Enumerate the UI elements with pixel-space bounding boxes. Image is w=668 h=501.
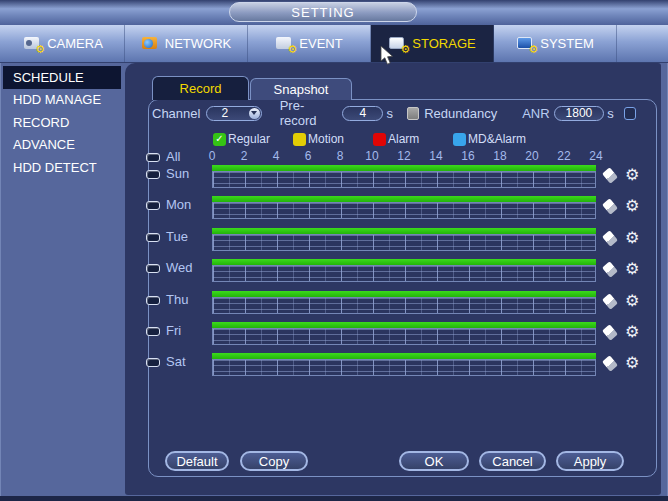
time-tick-label: 4	[264, 149, 288, 163]
anr-label: ANR	[522, 106, 549, 121]
day-toggle[interactable]	[146, 264, 160, 273]
schedule-timeline[interactable]	[212, 291, 596, 315]
schedule-timeline[interactable]	[212, 322, 596, 346]
legend-label: MD&Alarm	[468, 132, 526, 146]
schedule-row: Sat	[125, 353, 661, 384]
schedule-row: Sun	[125, 165, 661, 196]
legend-checkbox[interactable]	[213, 133, 226, 146]
sidebar-item-record[interactable]: RECORD	[3, 111, 121, 134]
day-toggle[interactable]	[146, 170, 160, 179]
legend-checkbox[interactable]	[293, 133, 306, 146]
record-type-legend: Regular Motion Alarm MD&Alarm	[213, 132, 533, 146]
legend-checkbox[interactable]	[373, 133, 386, 146]
gear-icon[interactable]	[625, 166, 639, 184]
check-icon	[215, 134, 223, 144]
prerecord-label: Pre-record	[280, 98, 337, 128]
legend-label: Alarm	[388, 132, 419, 146]
legend-item: Alarm	[373, 132, 453, 146]
sidebar-item-hdd-detect[interactable]: HDD DETECT	[3, 156, 121, 179]
sidebar-item-schedule[interactable]: SCHEDULE	[3, 66, 121, 89]
time-tick-label: 22	[552, 149, 576, 163]
schedule-timeline[interactable]	[212, 353, 596, 377]
gear-icon[interactable]	[625, 260, 639, 278]
tab-network[interactable]: NETWORK	[125, 25, 248, 62]
time-tick-label: 24	[584, 149, 608, 163]
gear-icon[interactable]	[625, 354, 639, 372]
channel-select[interactable]: 2	[206, 106, 261, 121]
anr-input[interactable]: 1800	[554, 106, 605, 121]
controls-row: Channel 2 Pre-record 4 s Redundancy ANR …	[152, 104, 636, 122]
eraser-icon[interactable]	[602, 356, 618, 372]
tab-label: CAMERA	[47, 36, 103, 51]
sidebar-item-advance[interactable]: ADVANCE	[3, 134, 121, 157]
time-tick-label: 6	[296, 149, 320, 163]
time-tick-label: 14	[424, 149, 448, 163]
anr-checkbox[interactable]	[624, 107, 636, 120]
prerecord-unit: s	[386, 106, 393, 121]
window-bottom-edge	[0, 496, 668, 501]
eraser-icon[interactable]	[602, 293, 618, 309]
legend-item: Motion	[293, 132, 373, 146]
legend-checkbox[interactable]	[453, 133, 466, 146]
redundancy-label: Redundancy	[424, 106, 497, 121]
tab-camera[interactable]: CAMERA	[2, 25, 125, 62]
schedule-timeline[interactable]	[212, 228, 596, 252]
time-tick-label: 10	[360, 149, 384, 163]
day-label: Fri	[166, 323, 181, 338]
timeline-grid[interactable]	[212, 234, 596, 251]
eraser-icon[interactable]	[602, 230, 618, 246]
schedule-row: Thu	[125, 291, 661, 322]
timeline-grid[interactable]	[212, 328, 596, 345]
day-label: Mon	[166, 197, 191, 212]
day-toggle[interactable]	[146, 358, 160, 367]
timeline-grid[interactable]	[212, 359, 596, 376]
chevron-down-icon[interactable]	[249, 108, 260, 119]
channel-value: 2	[221, 106, 228, 120]
time-tick-label: 18	[488, 149, 512, 163]
camera-icon	[23, 35, 43, 52]
sidebar-item-hdd-manage[interactable]: HDD MANAGE	[3, 89, 121, 112]
redundancy-checkbox[interactable]	[407, 107, 419, 120]
day-toggle[interactable]	[146, 201, 160, 210]
legend-label: Motion	[308, 132, 344, 146]
tab-event[interactable]: EVENT	[248, 25, 371, 62]
mouse-cursor	[380, 46, 394, 66]
legend-item: Regular	[213, 132, 293, 146]
timeline-grid[interactable]	[212, 265, 596, 282]
all-days-toggle[interactable]	[146, 153, 160, 162]
top-tab-bar: CAMERA NETWORK EVENT STORAGE SYSTEM	[0, 25, 668, 63]
tab-record[interactable]: Record	[152, 76, 249, 100]
gear-icon[interactable]	[625, 323, 639, 341]
day-toggle[interactable]	[146, 296, 160, 305]
eraser-icon[interactable]	[602, 199, 618, 215]
gear-icon[interactable]	[625, 197, 639, 215]
prerecord-input[interactable]: 4	[342, 106, 383, 121]
gear-icon[interactable]	[625, 229, 639, 247]
schedule-row: Fri	[125, 322, 661, 353]
day-toggle[interactable]	[146, 327, 160, 336]
gear-icon[interactable]	[625, 292, 639, 310]
time-axis-row: All 024681012141618202224	[125, 149, 661, 164]
time-tick-label: 12	[392, 149, 416, 163]
schedule-timeline[interactable]	[212, 165, 596, 189]
time-tick-label: 16	[456, 149, 480, 163]
system-icon	[516, 35, 536, 52]
eraser-icon[interactable]	[602, 261, 618, 277]
schedule-row: Mon	[125, 196, 661, 227]
time-tick-label: 0	[200, 149, 224, 163]
title-bar: SETTING	[0, 0, 668, 25]
eraser-icon[interactable]	[602, 167, 618, 183]
timeline-grid[interactable]	[212, 202, 596, 219]
timeline-grid[interactable]	[212, 171, 596, 188]
day-label: Wed	[166, 260, 193, 275]
timeline-grid[interactable]	[212, 297, 596, 314]
tab-system[interactable]: SYSTEM	[494, 25, 617, 62]
tab-snapshot[interactable]: Snapshot	[250, 78, 352, 100]
day-toggle[interactable]	[146, 233, 160, 242]
schedule-timeline[interactable]	[212, 196, 596, 220]
eraser-icon[interactable]	[602, 324, 618, 340]
tab-label: SYSTEM	[540, 36, 593, 51]
schedule-timeline[interactable]	[212, 259, 596, 283]
time-tick-label: 20	[520, 149, 544, 163]
time-axis: 024681012141618202224	[200, 149, 608, 163]
